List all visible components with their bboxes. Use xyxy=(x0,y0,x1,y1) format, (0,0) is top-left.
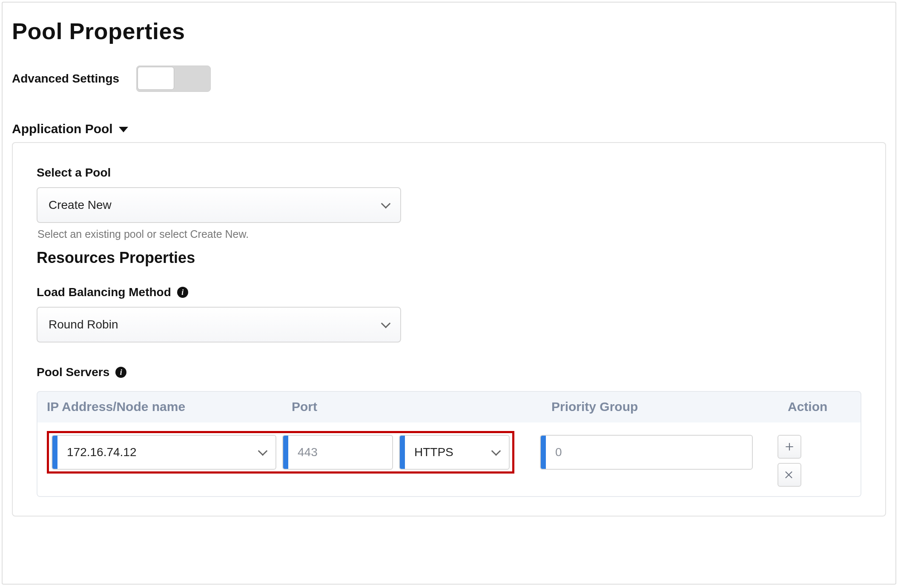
load-balancing-label: Load Balancing Method i xyxy=(37,285,861,299)
load-balancing-label-text: Load Balancing Method xyxy=(37,285,171,299)
priority-input[interactable]: 0 xyxy=(540,435,753,470)
info-icon[interactable]: i xyxy=(115,367,126,378)
remove-row-button[interactable] xyxy=(778,463,801,487)
highlighted-group: 172.16.74.12 443 HTTPS xyxy=(47,431,514,474)
input-stripe xyxy=(400,436,405,469)
info-icon[interactable]: i xyxy=(177,287,188,298)
application-pool-label: Application Pool xyxy=(12,122,113,136)
col-header-action: Action xyxy=(788,400,851,414)
pool-properties-panel: Pool Properties Advanced Settings Applic… xyxy=(2,2,896,585)
advanced-settings-toggle[interactable] xyxy=(136,66,211,92)
add-row-button[interactable] xyxy=(778,435,801,459)
input-stripe xyxy=(52,436,57,469)
pool-servers-grid: IP Address/Node name Port Priority Group… xyxy=(37,391,861,497)
ip-address-value: 172.16.74.12 xyxy=(57,445,259,459)
priority-value: 0 xyxy=(546,445,752,459)
grid-row: 172.16.74.12 443 HTTPS 0 xyxy=(37,422,861,496)
protocol-value: HTTPS xyxy=(405,445,493,459)
close-icon xyxy=(784,469,795,480)
chevron-down-icon xyxy=(258,446,268,456)
load-balancing-value: Round Robin xyxy=(49,318,382,331)
protocol-dropdown[interactable]: HTTPS xyxy=(399,435,510,470)
resources-properties-title: Resources Properties xyxy=(37,249,861,267)
select-pool-value: Create New xyxy=(49,198,382,212)
advanced-settings-label: Advanced Settings xyxy=(12,72,119,86)
input-stripe xyxy=(283,436,288,469)
port-value: 443 xyxy=(288,445,392,459)
caret-down-icon xyxy=(119,127,128,132)
ip-address-input[interactable]: 172.16.74.12 xyxy=(52,435,276,470)
col-header-port: Port xyxy=(292,400,551,414)
action-column xyxy=(778,435,801,487)
grid-header: IP Address/Node name Port Priority Group… xyxy=(37,392,861,422)
col-header-priority: Priority Group xyxy=(551,400,788,414)
port-input[interactable]: 443 xyxy=(282,435,393,470)
select-pool-dropdown[interactable]: Create New xyxy=(37,187,401,223)
application-pool-header[interactable]: Application Pool xyxy=(12,122,886,136)
input-stripe xyxy=(541,436,546,469)
pool-servers-label-text: Pool Servers xyxy=(37,365,109,379)
select-pool-label: Select a Pool xyxy=(37,166,861,180)
pool-servers-label: Pool Servers i xyxy=(37,365,861,379)
plus-icon xyxy=(784,441,795,452)
page-title: Pool Properties xyxy=(12,18,886,44)
application-pool-card: Select a Pool Create New Select an exist… xyxy=(12,142,886,517)
select-pool-help: Select an existing pool or select Create… xyxy=(37,228,861,240)
col-header-ip: IP Address/Node name xyxy=(47,400,292,414)
chevron-down-icon xyxy=(491,446,501,456)
chevron-down-icon xyxy=(381,319,391,328)
chevron-down-icon xyxy=(381,199,391,209)
toggle-knob xyxy=(138,67,174,90)
load-balancing-dropdown[interactable]: Round Robin xyxy=(37,307,401,343)
advanced-settings-row: Advanced Settings xyxy=(12,66,886,92)
